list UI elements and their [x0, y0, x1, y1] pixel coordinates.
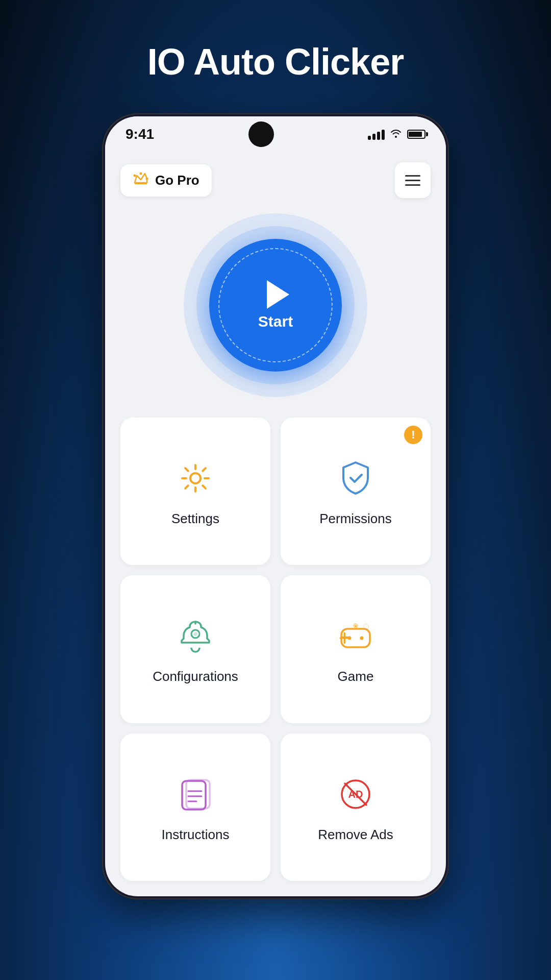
phone-screen: 9:41 — [105, 116, 446, 896]
hamburger-icon — [405, 175, 420, 186]
svg-point-3 — [146, 177, 148, 180]
game-label: Game — [338, 669, 374, 684]
start-middle-ring: Start — [196, 226, 355, 384]
phone-frame: 9:41 — [102, 113, 449, 899]
app-title: IO Auto Clicker — [147, 41, 404, 83]
remove-ads-icon: AD — [335, 774, 376, 815]
settings-label: Settings — [171, 511, 219, 527]
configurations-label: Configurations — [153, 669, 238, 684]
wifi-icon — [390, 128, 402, 141]
notch — [248, 121, 274, 147]
battery-icon — [407, 130, 425, 139]
signal-icon — [368, 129, 385, 140]
configurations-icon — [175, 616, 216, 656]
remove-ads-label: Remove Ads — [318, 827, 393, 843]
menu-button[interactable] — [395, 162, 431, 198]
svg-marker-0 — [135, 174, 147, 183]
header: Go Pro — [120, 162, 431, 198]
permissions-icon — [335, 458, 376, 499]
start-label: Start — [258, 313, 293, 330]
svg-text:◯: ◯ — [363, 623, 369, 629]
go-pro-button[interactable]: Go Pro — [120, 164, 212, 197]
crown-icon — [133, 172, 149, 189]
start-outer-ring: Start — [184, 213, 367, 397]
start-button[interactable]: Start — [209, 239, 342, 372]
svg-point-4 — [140, 172, 142, 175]
settings-icon — [175, 458, 216, 499]
menu-grid: Settings ! Permissions — [120, 418, 431, 881]
status-time: 9:41 — [126, 126, 154, 142]
game-icon: ✕ ◯ — [335, 616, 376, 656]
notification-badge: ! — [404, 426, 422, 444]
instructions-icon — [175, 774, 216, 815]
status-bar: 9:41 — [105, 116, 446, 152]
instructions-card[interactable]: Instructions — [120, 733, 270, 881]
svg-point-9 — [360, 636, 364, 640]
settings-card[interactable]: Settings — [120, 418, 270, 565]
status-icons — [368, 128, 425, 141]
svg-point-5 — [190, 473, 201, 483]
play-icon — [267, 280, 289, 309]
go-pro-label: Go Pro — [155, 173, 199, 188]
instructions-label: Instructions — [162, 827, 230, 843]
svg-rect-1 — [135, 183, 147, 184]
configurations-card[interactable]: Configurations — [120, 575, 270, 723]
svg-point-2 — [134, 174, 136, 177]
remove-ads-card[interactable]: AD Remove Ads — [281, 733, 431, 881]
app-content: Go Pro Start — [105, 152, 446, 896]
game-card[interactable]: ✕ ◯ Game — [281, 575, 431, 723]
start-area: Start — [120, 213, 431, 397]
svg-text:✕: ✕ — [354, 624, 358, 629]
permissions-label: Permissions — [319, 511, 392, 527]
permissions-card[interactable]: ! Permissions — [281, 418, 431, 565]
